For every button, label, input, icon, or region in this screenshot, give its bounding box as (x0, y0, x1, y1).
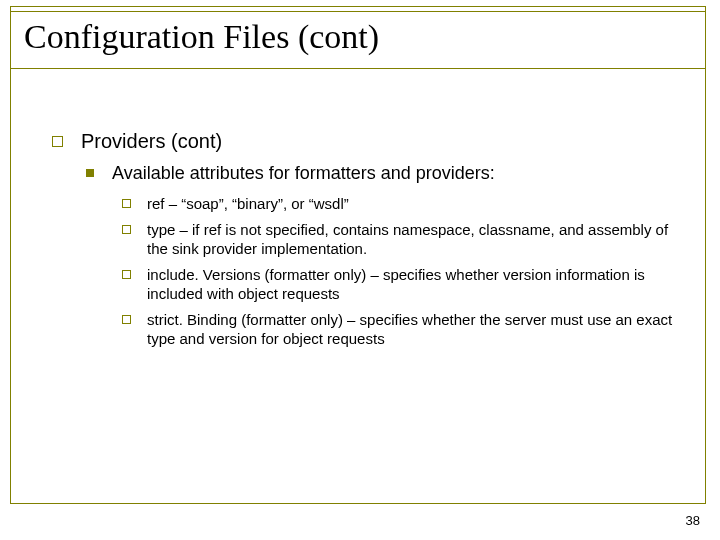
bullet-open-square-icon (122, 270, 131, 279)
slide-frame-rule-1 (10, 11, 706, 12)
bullet-open-square-icon (52, 136, 63, 147)
slide-body: Providers (cont) Available attributes fo… (52, 130, 680, 355)
bullet-open-square-icon (122, 225, 131, 234)
slide-title: Configuration Files (cont) (24, 18, 387, 56)
bullet-level-3-text: type – if ref is not specified, contains… (147, 220, 680, 259)
bullet-level-3-text: strict. Binding (formatter only) – speci… (147, 310, 680, 349)
bullet-level-2: Available attributes for formatters and … (86, 163, 680, 184)
bullet-level-3-text: include. Versions (formatter only) – spe… (147, 265, 680, 304)
slide-frame-rule-2 (10, 68, 706, 69)
bullet-level-3-text: ref – “soap”, “binary”, or “wsdl” (147, 194, 349, 214)
bullet-open-square-icon (122, 199, 131, 208)
bullet-solid-square-icon (86, 169, 94, 177)
bullet-level-3: strict. Binding (formatter only) – speci… (122, 310, 680, 349)
bullet-level-3: ref – “soap”, “binary”, or “wsdl” (122, 194, 680, 214)
slide: Configuration Files (cont) Providers (co… (0, 0, 720, 540)
bullet-level-3-list: ref – “soap”, “binary”, or “wsdl” type –… (122, 194, 680, 349)
bullet-level-2-text: Available attributes for formatters and … (112, 163, 495, 184)
bullet-open-square-icon (122, 315, 131, 324)
bullet-level-3: include. Versions (formatter only) – spe… (122, 265, 680, 304)
page-number: 38 (686, 513, 700, 528)
bullet-level-1: Providers (cont) (52, 130, 680, 153)
bullet-level-3: type – if ref is not specified, contains… (122, 220, 680, 259)
bullet-level-1-text: Providers (cont) (81, 130, 222, 153)
